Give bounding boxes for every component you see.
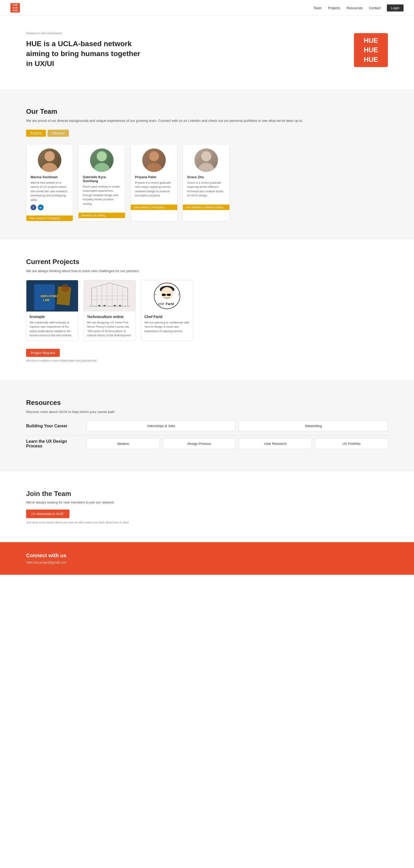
project-desc: We are planning to collaborate with Vera… bbox=[144, 320, 190, 334]
svg-point-45 bbox=[162, 283, 164, 284]
member-name: Grace Zhu bbox=[187, 175, 225, 179]
svg-point-11 bbox=[202, 152, 211, 161]
resources-items: Ideation Design Process User Research UX… bbox=[87, 438, 388, 449]
svg-point-46 bbox=[178, 294, 179, 295]
team-card: Gabrielle Kyra Sumilang Psych grad worki… bbox=[78, 144, 125, 221]
footer: Connect with us hello.hue.project@gmail.… bbox=[0, 542, 414, 575]
resource-item-internships[interactable]: Internships & Jobs bbox=[87, 421, 236, 431]
project-card: Technoculture online We are designing UC… bbox=[84, 280, 136, 341]
footer-title: Connect with us bbox=[26, 553, 388, 559]
hero-section: Humans in User Experience HUE is a UCLA-… bbox=[0, 16, 414, 89]
member-name: Marina Souliman bbox=[31, 175, 69, 179]
project-image: chef Farid bbox=[141, 280, 193, 311]
site-logo[interactable]: HUEHUEHUE bbox=[10, 3, 20, 12]
member-tags: Branding, UX writing bbox=[79, 213, 125, 218]
project-body: hrsimple We collaborate with hrsimple to… bbox=[26, 311, 78, 341]
projects-section: Current Projects We are always thinking … bbox=[0, 240, 414, 380]
svg-point-34 bbox=[114, 305, 116, 307]
join-subtitle: We're always looking for new members to … bbox=[26, 500, 388, 504]
nav-projects[interactable]: Projects bbox=[328, 6, 340, 10]
linkedin-icon[interactable]: in bbox=[38, 205, 43, 210]
project-request: Project Request We love to explore a new… bbox=[26, 349, 388, 362]
tab-advisors[interactable]: Advisors bbox=[48, 130, 69, 137]
avatar bbox=[142, 149, 166, 172]
resources-category-label: Building Your Career bbox=[26, 421, 84, 431]
svg-point-32 bbox=[98, 305, 100, 307]
tab-experts[interactable]: Experts bbox=[26, 130, 46, 137]
svg-text:Farid: Farid bbox=[166, 302, 174, 306]
project-request-button[interactable]: Project Request bbox=[26, 349, 60, 357]
resource-item-design-process[interactable]: Design Process bbox=[163, 438, 236, 449]
resources-row: Building Your Career Internships & Jobs … bbox=[26, 421, 388, 431]
nav-team[interactable]: Team bbox=[313, 6, 322, 10]
svg-point-47 bbox=[155, 294, 156, 295]
join-note: Just drop some words about you and we wi… bbox=[26, 521, 388, 524]
team-tabs: Experts Advisors bbox=[26, 130, 388, 137]
project-card: EMPLOYMENT LAW hrsimple We collaborate w… bbox=[26, 280, 78, 341]
resource-item-ideation[interactable]: Ideation bbox=[87, 438, 160, 449]
project-request-note: We love to explore a new collaboration a… bbox=[26, 359, 388, 362]
svg-point-39 bbox=[161, 287, 173, 300]
nav-contact[interactable]: Contact bbox=[369, 6, 381, 10]
svg-point-2 bbox=[45, 152, 54, 161]
svg-point-5 bbox=[97, 152, 107, 161]
breadcrumb: Humans in User Experience bbox=[26, 32, 146, 35]
team-section: Our Team We are proud of our diverse bac… bbox=[0, 89, 414, 240]
resources-section: Resources Discover more about UI/UX to h… bbox=[0, 380, 414, 472]
svg-rect-41 bbox=[167, 294, 171, 296]
team-card: Marina Souliman Marina has worked on a v… bbox=[26, 144, 73, 221]
nav-links: Team Projects Resources Contact Login bbox=[313, 4, 404, 11]
svg-point-10 bbox=[198, 163, 214, 172]
member-tags: User research, Prototyping bbox=[26, 216, 73, 221]
team-grid: Marina Souliman Marina has worked on a v… bbox=[26, 144, 388, 221]
member-name: Gabrielle Kyra Sumilang bbox=[83, 175, 121, 183]
member-desc: Grace is a recent graduate exploring all… bbox=[187, 181, 225, 198]
resources-divider bbox=[26, 435, 388, 436]
team-card-body: Gabrielle Kyra Sumilang Psych grad worki… bbox=[79, 144, 125, 213]
avatar bbox=[90, 149, 114, 172]
resources-title: Resources bbox=[26, 399, 388, 407]
navigation: HUEHUEHUE Team Projects Resources Contac… bbox=[0, 0, 414, 16]
join-title: Join the Team bbox=[26, 490, 388, 498]
team-card-body: Marina Souliman Marina has worked on a v… bbox=[26, 144, 73, 216]
hero-logo-line2: HUE bbox=[364, 45, 378, 55]
member-desc: Marina has worked on a variety of UX pro… bbox=[31, 181, 69, 202]
hero-logo-block: HUE HUE HUE bbox=[354, 33, 388, 67]
projects-title: Current Projects bbox=[26, 258, 388, 266]
projects-grid: EMPLOYMENT LAW hrsimple We collaborate w… bbox=[26, 280, 388, 341]
team-card-body: Priyana Patel Priyana is a recent gradua… bbox=[131, 144, 177, 205]
project-name: Technoculture online bbox=[87, 315, 132, 319]
project-desc: We are designing UC Irvine Prof. Simon P… bbox=[87, 320, 132, 338]
hero-logo-line3: HUE bbox=[364, 55, 378, 64]
login-button[interactable]: Login bbox=[387, 4, 404, 11]
svg-point-8 bbox=[149, 152, 159, 161]
team-card-body: Grace Zhu Grace is a recent graduate exp… bbox=[183, 144, 230, 205]
svg-point-17 bbox=[61, 284, 69, 292]
member-tags: User research, Prototyping bbox=[131, 205, 177, 210]
footer-email[interactable]: hello.hue.project@gmail.com bbox=[26, 561, 388, 564]
project-image bbox=[84, 280, 136, 311]
svg-point-33 bbox=[104, 305, 106, 307]
hero-logo-line1: HUE bbox=[364, 36, 378, 45]
svg-point-43 bbox=[167, 282, 168, 283]
svg-point-4 bbox=[94, 163, 110, 172]
project-image: EMPLOYMENT LAW bbox=[26, 280, 78, 311]
svg-point-35 bbox=[119, 305, 121, 307]
member-desc: Priyana is a recent graduate who enjoys … bbox=[135, 181, 173, 198]
join-button[interactable]: I'm interested in HUE! bbox=[26, 509, 69, 518]
facebook-icon[interactable]: f bbox=[31, 205, 36, 210]
svg-point-44 bbox=[171, 283, 172, 284]
resources-grid: Building Your Career Internships & Jobs … bbox=[26, 421, 388, 449]
resource-item-user-research[interactable]: User Research bbox=[239, 438, 312, 449]
team-subtitle: We are proud of our diverse backgrounds … bbox=[26, 118, 388, 123]
nav-resources[interactable]: Resources bbox=[346, 6, 362, 10]
resources-row: Learn the UX Design Process Ideation Des… bbox=[26, 438, 388, 449]
avatar bbox=[195, 149, 218, 172]
svg-point-7 bbox=[146, 163, 162, 172]
resource-item-ux-portfolio[interactable]: UX Portfolio bbox=[315, 438, 388, 449]
team-title: Our Team bbox=[26, 107, 388, 116]
project-desc: We collaborate with hrsimple to improve … bbox=[29, 320, 75, 338]
member-tags: User Research, Interface Design bbox=[183, 205, 230, 210]
resource-item-networking[interactable]: Networking bbox=[239, 421, 388, 431]
project-name: hrsimple bbox=[29, 315, 75, 319]
